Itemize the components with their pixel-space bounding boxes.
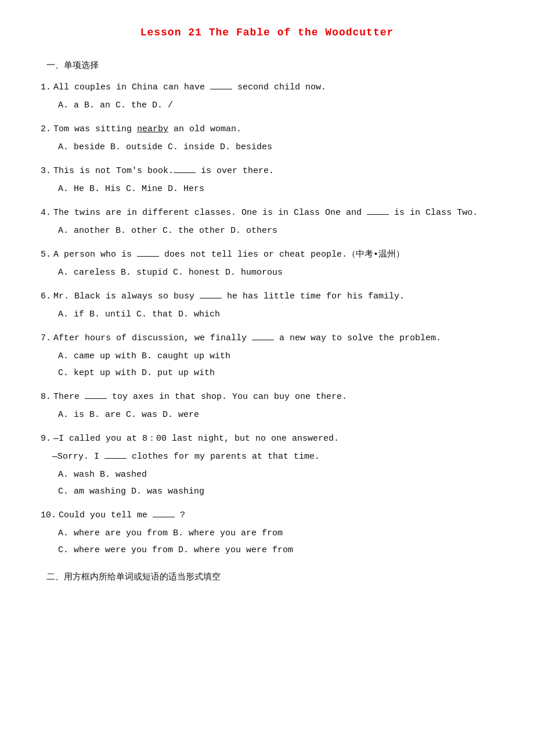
question-6-options: A. if B. until C. that D. which (58, 307, 499, 322)
question-5-options: A. careless B. stupid C. honest D. humor… (58, 265, 499, 280)
page-title: Lesson 21 The Fable of the Woodcutter (35, 23, 499, 42)
question-1-options: A. a B. an C. the D. / (58, 98, 499, 113)
question-7-options-a: A. came up with B. caught up with (58, 348, 499, 364)
question-8-options: A. is B. are C. was D. were (58, 407, 499, 423)
question-4: 4.The twins are in different classes. On… (41, 205, 499, 239)
question-1: 1.All couples in China can have second c… (41, 80, 499, 113)
section2-header: 二、用方框内所给单词或短语的适当形式填空 (46, 570, 499, 585)
section1-header: 一、单项选择 (46, 58, 499, 74)
question-6: 6.Mr. Black is always so busy he has lit… (41, 289, 499, 322)
question-10-text: 10.Could you tell me ? (41, 507, 499, 523)
question-1-text: 1.All couples in China can have second c… (41, 80, 499, 95)
question-7: 7.After hours of discussion, we finally … (41, 330, 499, 381)
question-5: 5.A person who is does not tell lies or … (41, 247, 499, 280)
question-8-text: 8.There toy axes in that shop. You can b… (41, 389, 499, 405)
question-3-options: A. He B. His C. Mine D. Hers (58, 181, 499, 197)
question-4-text: 4.The twins are in different classes. On… (41, 205, 499, 221)
question-8: 8.There toy axes in that shop. You can b… (41, 389, 499, 423)
question-2-options: A. beside B. outside C. inside D. beside… (58, 139, 499, 155)
question-5-text: 5.A person who is does not tell lies or … (41, 247, 499, 262)
question-2-text: 2.Tom was sitting nearby an old woman. (41, 121, 499, 137)
question-9-options-a: A. wash B. washed (58, 467, 499, 483)
question-9-options-b: C. am washing D. was washing (58, 484, 499, 499)
question-3: 3.This is not Tom's book. is over there.… (41, 163, 499, 197)
question-6-text: 6.Mr. Black is always so busy he has lit… (41, 289, 499, 304)
question-10: 10.Could you tell me ? A. where are you … (41, 507, 499, 558)
question-7-options-b: C. kept up with D. put up with (58, 365, 499, 381)
question-4-options: A. another B. other C. the other D. othe… (58, 223, 499, 239)
question-2: 2.Tom was sitting nearby an old woman. A… (41, 121, 499, 155)
question-9-text-1: 9.—I called you at 8：00 last night, but … (41, 431, 499, 447)
question-10-options-a: A. where are you from B. where you are f… (58, 525, 499, 541)
question-10-options-b: C. where were you from D. where you were… (58, 542, 499, 558)
question-3-text: 3.This is not Tom's book. is over there. (41, 163, 499, 179)
question-7-text: 7.After hours of discussion, we finally … (41, 330, 499, 346)
question-9: 9.—I called you at 8：00 last night, but … (41, 431, 499, 499)
